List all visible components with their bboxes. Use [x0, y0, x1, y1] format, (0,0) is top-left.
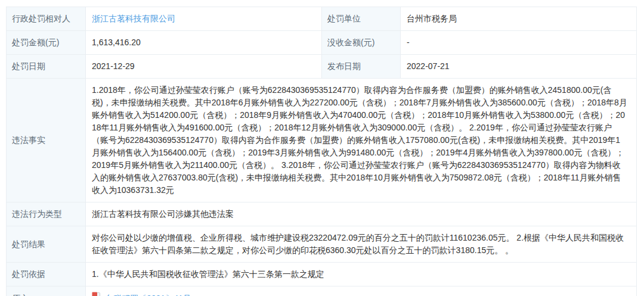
label-penalty-unit: 处罚单位 — [322, 7, 401, 31]
label-publish-date: 发布日期 — [322, 55, 401, 79]
label-penalty-amount: 处罚金额(元) — [7, 31, 86, 55]
table-row: 原文 台税稽罚〔2021〕41号 — [7, 286, 637, 296]
value-publish-date: 2022-07-21 — [401, 55, 637, 79]
label-penalty-subject: 行政处罚相对人 — [7, 7, 86, 31]
value-penalty-date: 2021-12-29 — [86, 55, 322, 79]
table-row: 处罚结果 对你公司处以少缴的增值税、企业所得税、城市维护建设税23220472.… — [7, 226, 637, 263]
label-penalty-date: 处罚日期 — [7, 55, 86, 79]
document-icon — [92, 292, 101, 296]
value-penalty-amount: 1,613,416.20 — [86, 31, 322, 55]
value-violation-type: 浙江古茗科技有限公司涉嫌其他违法案 — [86, 202, 637, 226]
label-violation-type: 违法行为类型 — [7, 202, 86, 226]
table-row: 处罚金额(元) 1,613,416.20 没收金额(元) - — [7, 31, 637, 55]
penalty-info-table: 行政处罚相对人 浙江古茗科技有限公司 处罚单位 台州市税务局 处罚金额(元) 1… — [6, 7, 637, 296]
value-illegal-facts: 1.2018年，你公司通过孙莹莹农行账户（账号为6228430369535124… — [86, 79, 637, 202]
label-penalty-result: 处罚结果 — [7, 226, 86, 263]
value-confiscation-amount: - — [401, 31, 637, 55]
value-penalty-result: 对你公司处以少缴的增值税、企业所得税、城市维护建设税23220472.09元的百… — [86, 226, 637, 263]
table-row: 处罚依据 1.《中华人民共和国税收征收管理法》第六十三条第一款之规定 — [7, 263, 637, 286]
table-row: 行政处罚相对人 浙江古茗科技有限公司 处罚单位 台州市税务局 — [7, 7, 637, 31]
original-doc-link[interactable]: 台税稽罚〔2021〕41号 — [105, 292, 191, 296]
label-penalty-basis: 处罚依据 — [7, 263, 86, 286]
label-confiscation-amount: 没收金额(元) — [322, 31, 401, 55]
label-illegal-facts: 违法事实 — [7, 79, 86, 202]
value-penalty-unit: 台州市税务局 — [401, 7, 637, 31]
value-penalty-subject: 浙江古茗科技有限公司 — [86, 7, 322, 31]
table-row: 违法事实 1.2018年，你公司通过孙莹莹农行账户（账号为62284303695… — [7, 79, 637, 202]
penalty-info-panel: 行政处罚相对人 浙江古茗科技有限公司 处罚单位 台州市税务局 处罚金额(元) 1… — [6, 7, 636, 296]
value-penalty-basis: 1.《中华人民共和国税收征收管理法》第六十三条第一款之规定 — [86, 263, 637, 286]
table-row: 处罚日期 2021-12-29 发布日期 2022-07-21 — [7, 55, 637, 79]
value-original-doc: 台税稽罚〔2021〕41号 — [86, 286, 637, 296]
table-row: 违法行为类型 浙江古茗科技有限公司涉嫌其他违法案 — [7, 202, 637, 226]
company-link[interactable]: 浙江古茗科技有限公司 — [92, 14, 175, 23]
label-original-doc: 原文 — [7, 286, 86, 296]
